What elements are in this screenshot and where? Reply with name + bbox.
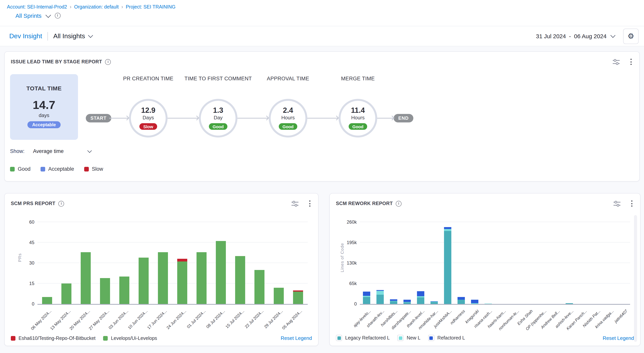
y-tick-label: 130k (340, 260, 357, 266)
stage-node-2[interactable]: 1.3DayGood (199, 99, 238, 138)
legend-swatch (11, 336, 16, 340)
bar-segment (404, 302, 411, 304)
bar-06 May 2024...[interactable] (42, 297, 52, 304)
bar-15 Jul 2024...[interactable] (235, 256, 245, 304)
stage-value: 2.4 (283, 106, 293, 114)
stage-value: 11.4 (351, 106, 365, 114)
bar-harshilbits...[interactable] (390, 299, 397, 304)
legend-item[interactable]: New L (398, 335, 420, 341)
total-time-value: 14.7 (33, 99, 56, 111)
bar-05 Aug 2024...[interactable] (293, 290, 303, 304)
date-range-picker[interactable]: 31 Jul 2024 - 06 Aug 2024 (536, 33, 615, 40)
bar-29 Jul 2024...[interactable] (274, 288, 284, 304)
bar-13 May 2024...[interactable] (62, 284, 72, 304)
x-axis-label: 20 May 2024... (68, 308, 90, 331)
dashboard-content: ISSUE LEAD TIME BY STAGE REPORT i TOTAL … (0, 46, 644, 353)
filter-sliders-icon[interactable] (292, 201, 298, 206)
breadcrumb-organization[interactable]: Organization: default (74, 4, 119, 10)
bar-segment (158, 252, 168, 304)
total-time-badge: Acceptable (28, 121, 60, 128)
stage-value: 1.3 (213, 106, 223, 114)
legend-label: Good (18, 166, 30, 172)
stage-node-1[interactable]: 12.9DaysSlow (129, 99, 168, 138)
bar-sharath-lev...[interactable] (376, 290, 384, 304)
bar-ajay-levelo...[interactable] (363, 292, 370, 304)
bar-27 May 2024...[interactable] (100, 278, 110, 304)
sprint-selector[interactable]: All Sprints i (16, 12, 644, 19)
kebab-menu-icon[interactable] (308, 200, 311, 208)
scm-rework-panel: SCM REWORK REPORT i Lines of Code 065k13… (329, 193, 640, 346)
bar-segment (363, 297, 370, 304)
y-tick-label: 195k (340, 240, 357, 245)
chart-legend: Legacy Refactored LNew LRefactored L (336, 335, 465, 341)
bar-22 Jul 2024...[interactable] (254, 270, 264, 304)
show-value: Average time (33, 148, 64, 154)
info-icon[interactable]: i (58, 201, 64, 206)
x-axis-label: jatin6407 (613, 308, 628, 324)
bar-justAkshitA...[interactable] (444, 227, 451, 304)
panel-title: SCM REWORK REPORT (336, 201, 393, 206)
y-tick-label: 260k (340, 219, 357, 225)
bar-thanh-level...[interactable] (417, 291, 424, 304)
bar-01 Jul 2024...[interactable] (196, 252, 206, 304)
bar-nmahida-har...[interactable] (430, 301, 438, 304)
y-tick-label: 0 (340, 301, 357, 307)
scrollbar-track[interactable] (634, 215, 637, 342)
total-time-card[interactable]: TOTAL TIME 14.7 days Acceptable (10, 74, 78, 140)
chevron-down-icon (610, 33, 615, 38)
lead-time-flow: TOTAL TIME 14.7 days Acceptable STARTEND… (5, 52, 639, 181)
legend-item[interactable]: Legacy Refactored L (336, 335, 390, 341)
breadcrumb-project[interactable]: Project: SEI TRAINING (126, 4, 176, 10)
bar-ndharness[interactable] (458, 297, 465, 304)
flow-start-node: START (86, 114, 111, 122)
legend-item[interactable]: Acceptable (40, 166, 74, 172)
date-range-separator: - (569, 33, 571, 40)
settings-button[interactable]: ⚙ (623, 28, 638, 44)
info-icon[interactable]: i (396, 201, 402, 206)
bar-20 May 2024...[interactable] (81, 252, 91, 304)
sprint-selector-label[interactable]: All Sprints (16, 12, 42, 19)
bar-segment (444, 229, 451, 231)
insights-dropdown[interactable]: All Insights (53, 32, 92, 40)
insight-header: Dev Insight All Insights 31 Jul 2024 - 0… (0, 26, 644, 46)
legend-item[interactable]: Good (10, 166, 30, 172)
kebab-menu-icon[interactable] (630, 200, 633, 208)
bar-segment (458, 300, 465, 304)
insight-title-link[interactable]: Dev Insight (9, 32, 42, 40)
breadcrumb-separator-icon: › (70, 4, 72, 10)
top-bar: Account: SEI-Internal-Prod2 › Organizati… (0, 0, 644, 26)
bar-risana-rash...[interactable] (484, 304, 492, 304)
legend-item[interactable]: Slow (84, 166, 103, 172)
bar-darshanpate...[interactable] (404, 300, 411, 304)
bar-knagurski[interactable] (471, 300, 478, 304)
panel-title: SCM PRS REPORT (11, 201, 56, 206)
bar-03 Jun 2024...[interactable] (119, 277, 129, 304)
stage-node-4[interactable]: 11.4HoursGood (338, 99, 377, 138)
show-dropdown[interactable]: Show: Average time (10, 148, 91, 154)
filter-sliders-icon[interactable] (614, 201, 620, 206)
legend-item[interactable]: Refactored L (428, 335, 465, 341)
y-axis-title: PRs (17, 217, 22, 298)
y-tick-label: 60 (17, 219, 34, 225)
reset-legend-link[interactable]: Reset Legend (603, 335, 634, 341)
stage-node-3[interactable]: 2.4HoursGood (269, 99, 307, 138)
info-icon[interactable]: i (55, 13, 60, 18)
stage-rating-badge: Good (348, 124, 367, 130)
bar-ashish-leve...[interactable] (566, 303, 573, 304)
insights-dropdown-label: All Insights (53, 32, 85, 40)
gridline (38, 263, 308, 263)
legend-item[interactable]: Esha610/Testing-Repo-Of-Bitbucket (11, 336, 96, 341)
x-axis-label: 03 Jun 2024... (108, 308, 129, 330)
breadcrumb-account[interactable]: Account: SEI-Internal-Prod2 (7, 4, 67, 10)
chart-legend: Esha610/Testing-Repo-Of-BitbucketLevelop… (11, 336, 157, 341)
x-axis-label: 13 May 2024... (49, 308, 71, 331)
bar-10 Jun 2024...[interactable] (138, 258, 149, 304)
legend-item[interactable]: Levelops/Ui-Levelops (103, 336, 157, 341)
reset-legend-link[interactable]: Reset Legend (281, 335, 312, 341)
bar-24 Jun 2024...[interactable] (177, 259, 187, 304)
bar-17 Jun 2024...[interactable] (158, 252, 168, 304)
chevron-down-icon[interactable] (45, 12, 51, 18)
bar-08 Jul 2024...[interactable] (216, 241, 226, 304)
bar-segment (444, 231, 451, 304)
legend-label: Levelops/Ui-Levelops (111, 336, 157, 341)
